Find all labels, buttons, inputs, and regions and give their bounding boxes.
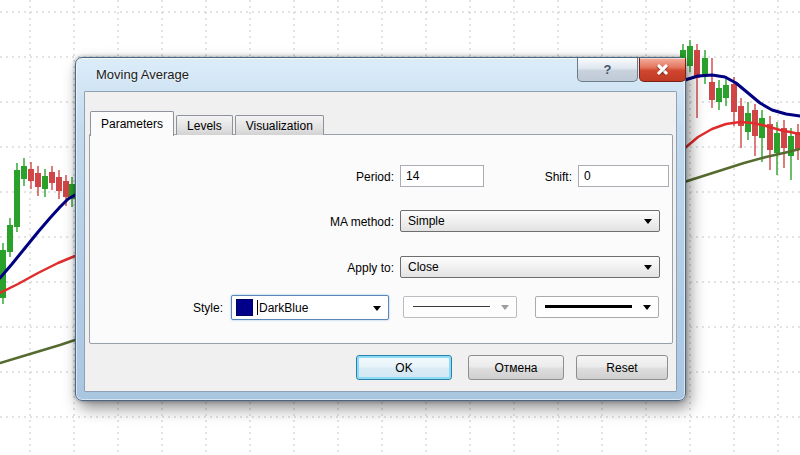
chevron-down-icon: [373, 306, 381, 311]
tab-visualization[interactable]: Visualization: [235, 115, 324, 135]
tab-levels[interactable]: Levels: [176, 115, 233, 135]
help-button[interactable]: ?: [577, 58, 638, 82]
chevron-down-icon: [501, 305, 509, 310]
chevron-down-icon: [644, 219, 652, 224]
period-label: Period:: [265, 166, 394, 188]
text-caret: [257, 300, 258, 315]
line-width-select[interactable]: [535, 296, 659, 318]
style-color-name: DarkBlue: [259, 301, 308, 315]
style-color-swatch: [236, 299, 253, 316]
line-style-select: [403, 296, 517, 318]
ok-button[interactable]: OK: [356, 355, 452, 380]
chevron-down-icon: [643, 305, 651, 310]
close-button[interactable]: [639, 58, 686, 82]
dialog-title: Moving Average: [96, 67, 189, 82]
tab-parameters[interactable]: Parameters: [90, 111, 174, 136]
apply-to-label: Apply to:: [265, 257, 394, 279]
shift-input[interactable]: [578, 165, 669, 187]
dialog-titlebar[interactable]: Moving Average ?: [76, 58, 685, 91]
period-input[interactable]: [400, 165, 484, 187]
cancel-button[interactable]: Отмена: [468, 355, 564, 380]
apply-to-value: Close: [408, 260, 439, 274]
shift-label: Shift:: [505, 166, 572, 188]
chevron-down-icon: [644, 265, 652, 270]
ma-method-label: MA method:: [265, 211, 394, 233]
help-icon: ?: [604, 62, 612, 77]
tab-bar: Parameters Levels Visualization: [90, 109, 326, 135]
dialog-client-area: Parameters Levels Visualization Period: …: [84, 91, 677, 392]
thin-line-icon: [413, 306, 490, 307]
ma-method-value: Simple: [408, 214, 445, 228]
reset-button[interactable]: Reset: [576, 355, 668, 380]
style-label: Style:: [105, 297, 223, 319]
style-color-select[interactable]: DarkBlue: [231, 295, 389, 320]
ma-method-select[interactable]: Simple: [400, 210, 660, 232]
close-icon: [657, 64, 668, 75]
moving-average-dialog: Moving Average ? Parameters Levels Visua…: [75, 57, 686, 401]
thick-line-icon: [545, 305, 632, 308]
apply-to-select[interactable]: Close: [400, 256, 660, 278]
